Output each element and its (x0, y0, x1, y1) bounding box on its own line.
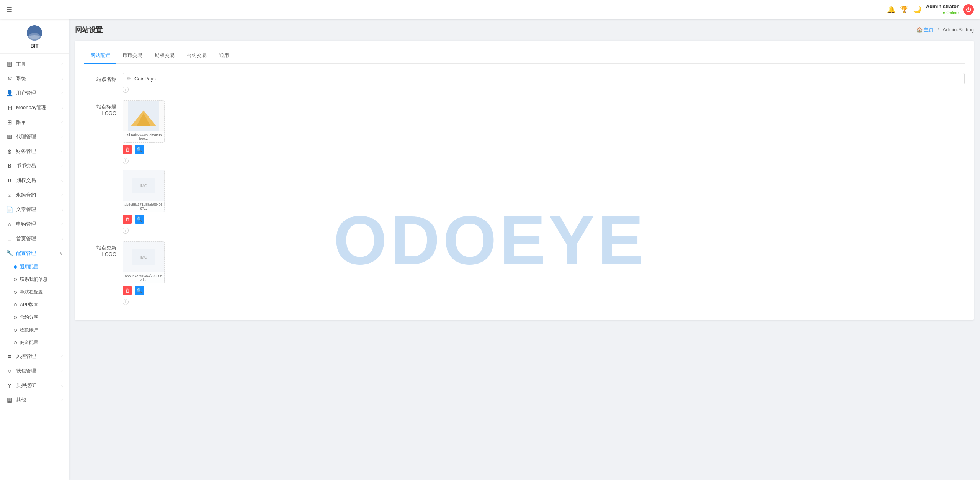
site-name-input[interactable] (134, 76, 960, 82)
dot-icon (14, 329, 17, 332)
sidebar-item-futures[interactable]: B 期权交易 ‹ (0, 173, 69, 188)
system-icon: ⚙ (6, 75, 13, 82)
moon-icon[interactable]: 🌙 (913, 5, 921, 14)
sidebar-item-config[interactable]: 🔧 配置管理 ∨ (0, 246, 69, 260)
chevron-icon: ‹ (61, 398, 63, 402)
main-layout: BIT ▦ 主页 ‹ ⚙ 系统 ‹ 👤 用户管理 (0, 0, 980, 480)
submenu-item-commission[interactable]: 佣金配置 (0, 336, 69, 349)
mountain-svg (123, 101, 164, 131)
chevron-icon: ‹ (61, 236, 63, 241)
sidebar-nav: ▦ 主页 ‹ ⚙ 系统 ‹ 👤 用户管理 ‹ (0, 54, 69, 410)
site-favicon-info-icon[interactable]: i (122, 299, 129, 305)
sidebar-item-coin-trade[interactable]: B 币币交易 ‹ (0, 159, 69, 173)
header-right: 🔔 🏆 🌙 Administrator Online ⏻ (887, 3, 974, 15)
sidebar-item-moonpay-label: Moonpay管理 (16, 104, 46, 111)
chevron-icon: ‹ (61, 354, 63, 359)
chevron-down-icon: ∨ (60, 251, 63, 256)
submenu-app-version-label: APP版本 (20, 301, 38, 308)
tab-contract-trade[interactable]: 合约交易 (181, 48, 213, 64)
sidebar-item-apply-label: 申购管理 (16, 221, 36, 228)
site-logo-2-info-icon[interactable]: i (122, 228, 129, 234)
dot-icon (14, 316, 17, 319)
home-breadcrumb-icon: 🏠 (916, 27, 923, 33)
submenu-payment-label: 收款账户 (20, 327, 38, 333)
sidebar-item-apply[interactable]: ○ 申购管理 ‹ (0, 217, 69, 231)
sidebar-item-wallet-label: 钱包管理 (16, 367, 36, 374)
delete-favicon-button[interactable]: 🗑 (122, 286, 132, 295)
logout-button[interactable]: ⏻ (963, 4, 974, 15)
submenu-contact-label: 联系我们信息 (20, 276, 47, 283)
chevron-icon: ‹ (61, 105, 63, 110)
config-icon: 🔧 (6, 250, 13, 257)
header-left: ☰ (6, 5, 12, 14)
submenu-item-nav[interactable]: 导航栏配置 (0, 286, 69, 298)
site-name-info-icon[interactable]: i (122, 87, 129, 93)
sidebar-item-system[interactable]: ⚙ 系统 ‹ (0, 71, 69, 86)
sidebar-item-wallet[interactable]: ○ 钱包管理 ‹ (0, 364, 69, 378)
submenu-item-app-version[interactable]: APP版本 (0, 298, 69, 311)
sidebar-item-config-label: 配置管理 (16, 250, 36, 257)
sidebar-item-agent[interactable]: ▦ 代理管理 ‹ (0, 129, 69, 144)
delete-logo-2-button[interactable]: 🗑 (122, 215, 132, 224)
submenu-item-general-config[interactable]: 通用配置 (0, 260, 69, 273)
sidebar-item-coin-trade-label: 币币交易 (16, 162, 36, 169)
site-logo-upload-group-2: IMG ab5c88a371e88ab5640567... 🗑 🔍 (122, 170, 965, 224)
upload-actions-2: 🗑 🔍 (122, 215, 965, 224)
submenu-general-config-label: 通用配置 (20, 264, 38, 270)
sidebar-item-homepage[interactable]: ≡ 首页管理 ‹ (0, 231, 69, 246)
tab-general[interactable]: 通用 (213, 48, 235, 64)
site-name-content: ✏ i (122, 73, 965, 93)
site-logo-content: e9b6afe24476a2f5aeb6b69... 🗑 🔍 i (122, 100, 965, 234)
sidebar-item-orders[interactable]: ⊞ 限单 ‹ (0, 115, 69, 129)
chevron-icon: ‹ (61, 91, 63, 95)
sidebar: BIT ▦ 主页 ‹ ⚙ 系统 ‹ 👤 用户管理 (0, 19, 69, 480)
sidebar-item-mining[interactable]: ¥ 质押挖矿 ‹ (0, 378, 69, 393)
tab-site-config[interactable]: 网站配置 (84, 48, 116, 64)
svg-text:IMG: IMG (140, 255, 147, 259)
site-favicon-upload-area[interactable]: IMG 863a57829e383f20ae06bf5... (122, 241, 165, 283)
sidebar-item-finance[interactable]: $ 财务管理 ‹ (0, 144, 69, 159)
bell-icon[interactable]: 🔔 (887, 5, 895, 14)
submenu-contract-share-label: 合约分享 (20, 314, 38, 321)
site-logo-row: 站点标题LOGO e9b6afe24476a2f5aeb6b69... (84, 100, 965, 234)
page-title: 网站设置 (75, 25, 103, 34)
submenu-item-contact[interactable]: 联系我们信息 (0, 273, 69, 286)
delete-logo-1-button[interactable]: 🗑 (122, 145, 132, 154)
sidebar-item-agent-label: 代理管理 (16, 133, 36, 140)
sidebar-item-article-label: 文章管理 (16, 206, 36, 213)
dot-icon (14, 303, 17, 306)
sidebar-item-perpetual-label: 永续合约 (16, 192, 36, 198)
user-name: Administrator (926, 3, 959, 10)
chevron-icon: ‹ (61, 62, 63, 66)
chevron-icon: ‹ (61, 134, 63, 139)
sidebar-item-other[interactable]: ▦ 其他 ‹ (0, 393, 69, 407)
submenu-item-contract-share[interactable]: 合约分享 (0, 311, 69, 324)
sidebar-item-risk[interactable]: ≡ 风控管理 ‹ (0, 349, 69, 364)
edit-icon: ✏ (127, 75, 131, 82)
sidebar-item-home[interactable]: ▦ 主页 ‹ (0, 57, 69, 71)
site-logo-upload-area-1[interactable]: e9b6afe24476a2f5aeb6b69... (122, 100, 165, 143)
sidebar-item-mining-label: 质押挖矿 (16, 382, 36, 389)
trophy-icon[interactable]: 🏆 (900, 5, 908, 14)
dot-icon (14, 278, 17, 281)
submenu-item-payment[interactable]: 收款账户 (0, 324, 69, 336)
tab-coin-trade[interactable]: 币币交易 (116, 48, 149, 64)
zoom-logo-1-button[interactable]: 🔍 (135, 145, 144, 154)
page-header: 网站设置 🏠 主页 / Admin-Setting (75, 25, 974, 34)
site-name-label: 站点名称 (84, 73, 122, 83)
sidebar-item-moonpay[interactable]: 🖥 Moonpay管理 ‹ (0, 100, 69, 115)
zoom-logo-2-button[interactable]: 🔍 (135, 215, 144, 224)
sidebar-item-article[interactable]: 📄 文章管理 ‹ (0, 202, 69, 217)
chevron-icon: ‹ (61, 383, 63, 388)
sidebar-item-user-mgmt[interactable]: 👤 用户管理 ‹ (0, 86, 69, 100)
menu-toggle-icon[interactable]: ☰ (6, 5, 12, 14)
chevron-icon: ‹ (61, 149, 63, 154)
site-logo-upload-area-2[interactable]: IMG ab5c88a371e88ab5640567... (122, 170, 165, 212)
zoom-favicon-button[interactable]: 🔍 (135, 286, 144, 295)
sidebar-item-system-label: 系统 (16, 75, 26, 82)
site-logo-info-icon[interactable]: i (122, 158, 129, 164)
tab-futures-trade[interactable]: 期权交易 (149, 48, 181, 64)
sidebar-item-homepage-label: 首页管理 (16, 235, 36, 242)
breadcrumb-home-link[interactable]: 🏠 主页 (916, 27, 935, 33)
sidebar-item-perpetual[interactable]: ∞ 永续合约 ‹ (0, 188, 69, 202)
